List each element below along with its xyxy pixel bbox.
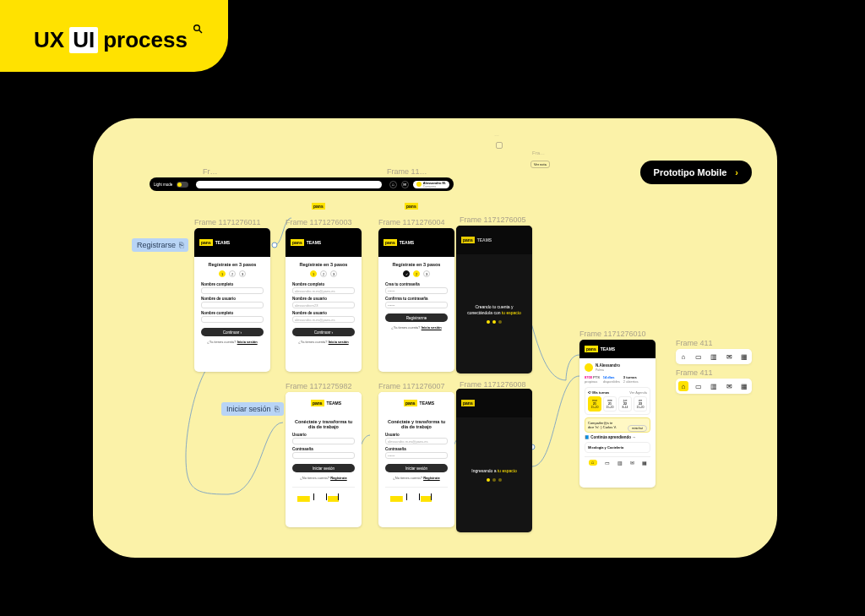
- login-pass-field[interactable]: [292, 452, 355, 459]
- ux-label: UX: [34, 27, 64, 53]
- brand-mark-small: pans: [312, 203, 325, 210]
- signup-title: Regístrate en 3 pasos: [201, 262, 264, 267]
- screen-login-empty[interactable]: pansTEAMS Conéctate y transforma tudía d…: [286, 392, 362, 527]
- screen-home[interactable]: pansTEAMS N.AlessandroPalma 8700 PTSprop…: [579, 340, 656, 488]
- chevron-right-icon: ›: [735, 167, 738, 177]
- calendar-icon[interactable]: ▭: [694, 352, 704, 362]
- register-button[interactable]: Registrarme: [385, 313, 448, 322]
- desktop-header-strip: Light mode ⌂ ✉ Alessandro M. Camarero: [150, 177, 454, 191]
- cart-icon[interactable]: ⌂: [389, 181, 397, 188]
- login-button[interactable]: Iniciar sesión: [385, 464, 448, 472]
- ui-label: UI: [69, 27, 98, 53]
- frame-label: Frame 1171276004: [378, 218, 445, 226]
- frame-label: Frame 411: [676, 368, 713, 377]
- svg-point-0: [194, 25, 200, 31]
- enter-icon: ⎘: [275, 405, 279, 413]
- minichat-button[interactable]: minichat: [628, 425, 647, 432]
- swap-card[interactable]: Compañer@s tedice 'hi' :) Carlos V. mini…: [585, 417, 650, 433]
- screen-signup-step1-filled[interactable]: pansTEAMS Regístrate en 3 pasos 123 Nomb…: [286, 228, 362, 372]
- greeting: N.AlessandroPalma: [585, 363, 650, 372]
- chat-icon[interactable]: ✉: [724, 381, 734, 391]
- login-user-field[interactable]: [292, 438, 355, 444]
- avatar: [585, 363, 593, 372]
- chat-icon[interactable]: ✉: [724, 352, 734, 362]
- note-pill[interactable]: Ver nota: [530, 161, 550, 168]
- login-button[interactable]: Iniciar sesión: [292, 464, 355, 472]
- svg-point-3: [272, 243, 277, 248]
- frame-label: Frame 1171276007: [378, 382, 445, 390]
- grid-icon[interactable]: ▦: [642, 460, 647, 466]
- fullname-field[interactable]: alessandro.m.es@pans.es: [292, 287, 355, 294]
- password-field[interactable]: ••••••: [385, 287, 448, 294]
- username-field[interactable]: alessandrom23: [292, 302, 355, 308]
- figma-canvas: … Fra… Ver nota Fr… Frame 11… Light mode…: [93, 118, 777, 558]
- screen-loading-create: pansTEAMS Creando tu cuenta y conectándo…: [456, 226, 532, 373]
- search-input[interactable]: [196, 181, 381, 188]
- field-label: Nombre completo: [201, 282, 264, 286]
- user-role: Camarero: [423, 185, 446, 188]
- courses-icon[interactable]: ▥: [617, 460, 623, 466]
- frame-label-fr: Fr…: [203, 167, 218, 176]
- frame-label-f11: Frame 11…: [387, 167, 427, 176]
- nav-variant-active: ⌂ ▭ ▥ ✉ ▦: [676, 379, 752, 394]
- shifts-section[interactable]: ⏱ Mis turnos Ver Agenda mar2115-20 mie21…: [585, 387, 650, 415]
- username-field[interactable]: [201, 302, 264, 308]
- courses-icon[interactable]: ▥: [709, 381, 719, 391]
- prototype-mobile-button[interactable]: Prototipo Mobile ›: [640, 161, 752, 184]
- continue-button[interactable]: Continuar ›: [292, 328, 355, 336]
- frame-label: Frame 1171276005: [460, 215, 526, 224]
- home-icon[interactable]: ⌂: [678, 352, 688, 362]
- courses-icon[interactable]: ▥: [709, 352, 719, 362]
- home-icon-thumbnail: [496, 142, 503, 149]
- screen-signup-step1-empty[interactable]: pans TEAMS Regístrate en 3 pasos 123 Nom…: [194, 228, 270, 372]
- have-account-text: ¿Ya tienes cuenta? Inicia sesión: [201, 340, 264, 344]
- frame-label: Frame 411: [676, 339, 713, 347]
- chat-icon[interactable]: ✉: [630, 460, 634, 466]
- brand-logo: pans: [199, 239, 213, 246]
- login-title: Conéctate y transforma tudía de trabajo: [292, 419, 355, 429]
- flow-tag-label: Iniciar sesión: [226, 405, 271, 413]
- login-user-field[interactable]: alessandro.m.es@pans.es: [385, 438, 448, 444]
- grid-icon[interactable]: ▦: [739, 381, 749, 391]
- login-illustration: [385, 487, 448, 507]
- flow-tag-label: Registrarse: [137, 241, 176, 249]
- flow-tag-login[interactable]: Iniciar sesión ⎘: [221, 402, 284, 416]
- login-link[interactable]: Inicia sesión: [237, 340, 258, 344]
- screen-login-filled[interactable]: pansTEAMS Conéctate y transforma tudía d…: [378, 392, 454, 527]
- email-field[interactable]: [201, 316, 264, 323]
- continue-button[interactable]: Continuar ›: [201, 328, 264, 336]
- home-icon[interactable]: ⌂: [589, 460, 597, 466]
- theme-toggle[interactable]: [177, 182, 188, 188]
- field-label: Nombre de usuario: [201, 297, 264, 301]
- user-chip[interactable]: Alessandro M. Camarero: [413, 181, 449, 188]
- field-label: Nombre completo: [201, 311, 264, 315]
- calendar-icon[interactable]: ▭: [694, 381, 704, 391]
- frame-label: Frame 1171275982: [286, 382, 352, 390]
- screen-loading-enter: pans Ingresando a tu espacio: [456, 389, 532, 532]
- nav-variant-default: ⌂ ▭ ▥ ✉ ▦: [676, 349, 752, 364]
- frame-label: Frame 1171276011: [194, 218, 261, 226]
- login-illustration: [292, 487, 355, 507]
- password-confirm-field[interactable]: ••••••: [385, 302, 448, 308]
- page-title-badge: UX UI process: [0, 0, 228, 72]
- enter-icon: ⎘: [179, 241, 183, 249]
- frame-label: Frame 1171276008: [460, 380, 526, 389]
- grid-icon[interactable]: ▦: [739, 352, 749, 362]
- login-pass-field[interactable]: ••••••: [385, 452, 448, 459]
- email-field[interactable]: alessandro.m.es@pans.es: [292, 316, 355, 323]
- bottom-nav: ⌂ ▭ ▥ ✉ ▦: [585, 456, 650, 466]
- frame-label-dots: …: [494, 132, 499, 137]
- calendar-icon[interactable]: ▭: [605, 460, 610, 466]
- phone-header: pans TEAMS: [194, 228, 270, 257]
- screen-signup-step2[interactable]: pansTEAMS Regístrate en 3 pasos ✓23 Crea…: [378, 228, 454, 372]
- user-name: Alessandro M.: [423, 181, 446, 185]
- search-icon: [193, 24, 203, 35]
- frame-label: Frame 1171276003: [286, 218, 352, 226]
- course-card[interactable]: Mixología y Coctelería: [585, 442, 650, 453]
- flow-tag-register[interactable]: Registrarse ⎘: [132, 238, 188, 252]
- home-icon[interactable]: ⌂: [678, 381, 688, 391]
- notification-icon[interactable]: ✉: [401, 181, 409, 188]
- stats-row: 8700 PTSpropinas 14 díasdisponibles 3 tu…: [585, 375, 650, 384]
- fullname-field[interactable]: [201, 287, 264, 294]
- brand-mark-small-2: pans: [405, 203, 418, 210]
